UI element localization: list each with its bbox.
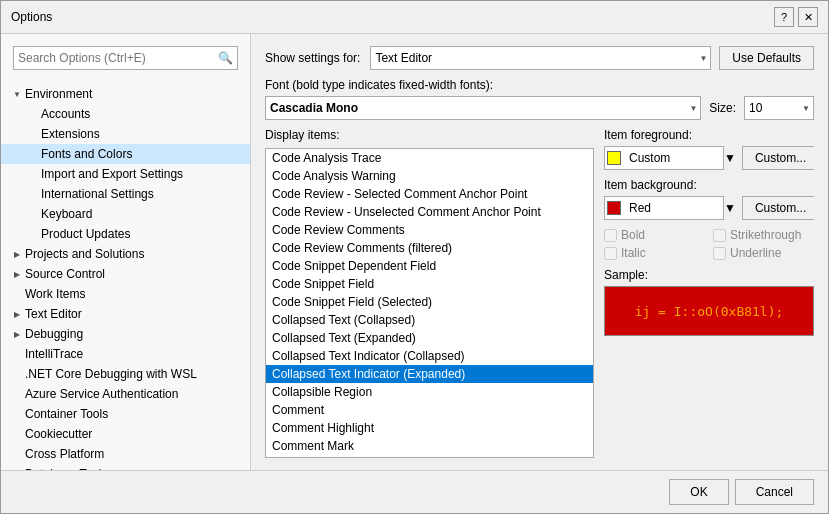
list-item[interactable]: Code Review Comments bbox=[266, 221, 593, 239]
sidebar-item-text-editor[interactable]: ▶ Text Editor bbox=[1, 304, 250, 324]
background-select[interactable]: Red Custom Automatic Black White bbox=[604, 196, 724, 220]
size-select[interactable]: 8 9 10 11 12 14 bbox=[744, 96, 814, 120]
display-items-list[interactable]: Code Analysis Trace Code Analysis Warnin… bbox=[265, 148, 594, 458]
sidebar-item-import-export[interactable]: Import and Export Settings bbox=[1, 164, 250, 184]
sidebar-item-accounts[interactable]: Accounts bbox=[1, 104, 250, 124]
dialog-footer: OK Cancel bbox=[1, 470, 828, 513]
text-style-section: Bold Strikethrough Italic Underline bbox=[604, 228, 814, 260]
list-item[interactable]: Comment Mark bbox=[266, 437, 593, 455]
list-item[interactable]: Code Snippet Dependent Field bbox=[266, 257, 593, 275]
sidebar-item-container-tools[interactable]: Container Tools bbox=[1, 404, 250, 424]
foreground-select[interactable]: Custom Automatic Black White bbox=[604, 146, 724, 170]
list-item[interactable]: Comment Highlight bbox=[266, 419, 593, 437]
sidebar-item-label: Source Control bbox=[25, 267, 105, 281]
foreground-select-wrapper: Custom Automatic Black White ▼ bbox=[604, 146, 736, 170]
underline-checkbox[interactable] bbox=[713, 247, 726, 260]
font-description-label: Font (bold type indicates fixed-width fo… bbox=[265, 78, 814, 92]
sidebar-item-label: Text Editor bbox=[25, 307, 82, 321]
sidebar-item-debugging[interactable]: ▶ Debugging bbox=[1, 324, 250, 344]
item-foreground-section: Item foreground: Custom Automatic Black … bbox=[604, 128, 814, 170]
sidebar-item-intellitrace[interactable]: IntelliTrace bbox=[1, 344, 250, 364]
content-area: Display items: Code Analysis Trace Code … bbox=[265, 128, 814, 458]
sidebar-item-cross-platform[interactable]: Cross Platform bbox=[1, 444, 250, 464]
list-item[interactable]: Collapsed Text (Expanded) bbox=[266, 329, 593, 347]
sample-text: ij = I::oO(0xB81l); bbox=[635, 304, 784, 319]
font-label: Font (bold type indicates fixed-width fo… bbox=[265, 78, 814, 120]
sidebar-item-label: Cookiecutter bbox=[25, 427, 92, 441]
list-item[interactable]: Code Snippet Field (Selected) bbox=[266, 293, 593, 311]
display-items-section: Display items: Code Analysis Trace Code … bbox=[265, 128, 594, 458]
sidebar-item-product-updates[interactable]: Product Updates bbox=[1, 224, 250, 244]
sidebar-item-label: Debugging bbox=[25, 327, 83, 341]
spacer bbox=[25, 106, 41, 122]
expand-icon: ▼ bbox=[9, 86, 25, 102]
list-item[interactable]: Compiler Error bbox=[266, 455, 593, 458]
help-button[interactable]: ? bbox=[774, 7, 794, 27]
sidebar-item-label: Projects and Solutions bbox=[25, 247, 144, 261]
close-button[interactable]: ✕ bbox=[798, 7, 818, 27]
title-bar: Options ? ✕ bbox=[1, 1, 828, 34]
search-input[interactable] bbox=[18, 51, 218, 65]
sidebar-item-cookiecutter[interactable]: Cookiecutter bbox=[1, 424, 250, 444]
italic-checkbox[interactable] bbox=[604, 247, 617, 260]
size-label: Size: bbox=[709, 101, 736, 115]
expand-icon: ▶ bbox=[9, 266, 25, 282]
sidebar-item-international[interactable]: International Settings bbox=[1, 184, 250, 204]
spacer bbox=[9, 446, 25, 462]
list-item[interactable]: Code Analysis Warning bbox=[266, 167, 593, 185]
list-item[interactable]: Comment bbox=[266, 401, 593, 419]
spacer bbox=[9, 286, 25, 302]
list-item[interactable]: Collapsed Text (Collapsed) bbox=[266, 311, 593, 329]
sidebar-item-work-items[interactable]: Work Items bbox=[1, 284, 250, 304]
cancel-button[interactable]: Cancel bbox=[735, 479, 814, 505]
left-panel: 🔍 ▼ Environment Accounts Extensions bbox=[1, 34, 251, 470]
bold-checkbox[interactable] bbox=[604, 229, 617, 242]
tree-container: ▼ Environment Accounts Extensions Fonts … bbox=[1, 82, 250, 470]
settings-for-select[interactable]: Text Editor Environment All Languages bbox=[370, 46, 711, 70]
sidebar-item-extensions[interactable]: Extensions bbox=[1, 124, 250, 144]
list-item[interactable]: Code Review Comments (filtered) bbox=[266, 239, 593, 257]
ok-button[interactable]: OK bbox=[669, 479, 728, 505]
expand-icon: ▶ bbox=[9, 246, 25, 262]
spacer bbox=[9, 346, 25, 362]
spacer bbox=[25, 186, 41, 202]
sidebar-item-label: Azure Service Authentication bbox=[25, 387, 178, 401]
settings-for-label: Show settings for: bbox=[265, 51, 360, 65]
strikethrough-checkbox[interactable] bbox=[713, 229, 726, 242]
bold-label: Bold bbox=[621, 228, 645, 242]
sidebar-item-projects-solutions[interactable]: ▶ Projects and Solutions bbox=[1, 244, 250, 264]
sidebar-item-net-core[interactable]: .NET Core Debugging with WSL bbox=[1, 364, 250, 384]
bold-checkbox-item: Bold bbox=[604, 228, 705, 242]
sidebar-item-label: Fonts and Colors bbox=[41, 147, 132, 161]
sidebar-item-azure-auth[interactable]: Azure Service Authentication bbox=[1, 384, 250, 404]
sidebar-item-label: Work Items bbox=[25, 287, 85, 301]
sidebar-item-fonts-colors[interactable]: Fonts and Colors bbox=[1, 144, 250, 164]
list-item[interactable]: Code Snippet Field bbox=[266, 275, 593, 293]
background-custom-button[interactable]: Custom... bbox=[742, 196, 814, 220]
font-select[interactable]: Cascadia Mono Consolas Courier New bbox=[265, 96, 701, 120]
list-item-selected[interactable]: Collapsed Text Indicator (Expanded) bbox=[266, 365, 593, 383]
italic-checkbox-item: Italic bbox=[604, 246, 705, 260]
size-select-wrapper: 8 9 10 11 12 14 ▼ bbox=[744, 96, 814, 120]
sidebar-item-environment[interactable]: ▼ Environment bbox=[1, 84, 250, 104]
underline-label: Underline bbox=[730, 246, 781, 260]
spacer bbox=[9, 406, 25, 422]
list-item[interactable]: Collapsed Text Indicator (Collapsed) bbox=[266, 347, 593, 365]
sidebar-item-label: Import and Export Settings bbox=[41, 167, 183, 181]
item-background-section: Item background: Red Custom Automatic Bl… bbox=[604, 178, 814, 220]
spacer bbox=[25, 166, 41, 182]
sidebar-item-source-control[interactable]: ▶ Source Control bbox=[1, 264, 250, 284]
item-background-control: Red Custom Automatic Black White ▼ Custo… bbox=[604, 196, 814, 220]
list-item[interactable]: Code Review - Unselected Comment Anchor … bbox=[266, 203, 593, 221]
list-item[interactable]: Collapsible Region bbox=[266, 383, 593, 401]
underline-checkbox-item: Underline bbox=[713, 246, 814, 260]
use-defaults-button[interactable]: Use Defaults bbox=[719, 46, 814, 70]
sidebar-item-label: Keyboard bbox=[41, 207, 92, 221]
sidebar-item-label: International Settings bbox=[41, 187, 154, 201]
sidebar-item-keyboard[interactable]: Keyboard bbox=[1, 204, 250, 224]
strikethrough-label: Strikethrough bbox=[730, 228, 801, 242]
list-item[interactable]: Code Analysis Trace bbox=[266, 149, 593, 167]
spacer bbox=[25, 206, 41, 222]
foreground-custom-button[interactable]: Custom... bbox=[742, 146, 814, 170]
list-item[interactable]: Code Review - Selected Comment Anchor Po… bbox=[266, 185, 593, 203]
